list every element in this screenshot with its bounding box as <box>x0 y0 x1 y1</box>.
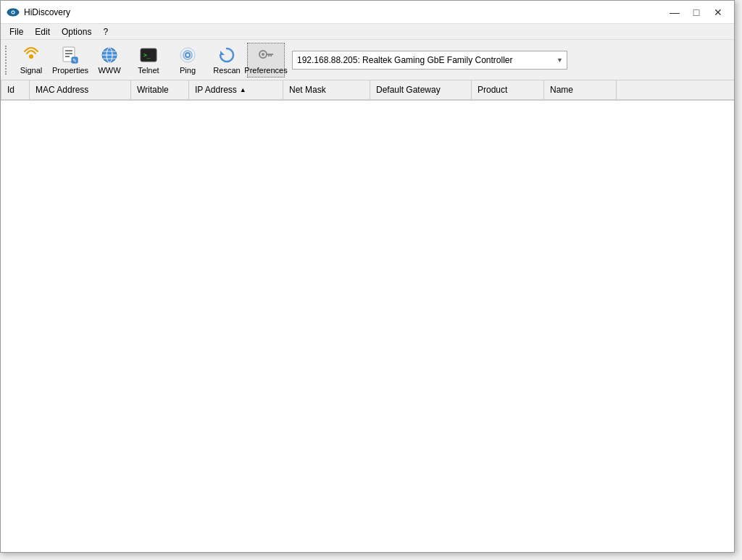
preferences-label: Preferences <box>244 67 287 75</box>
svg-marker-20 <box>220 51 225 55</box>
svg-point-19 <box>180 48 195 62</box>
signal-icon <box>21 45 41 65</box>
svg-point-17 <box>186 53 190 57</box>
svg-point-18 <box>183 51 192 59</box>
telnet-label: Telnet <box>138 67 159 75</box>
window-title: HiDiscovery <box>24 7 664 17</box>
ping-label: Ping <box>180 67 196 75</box>
properties-label: Properties <box>52 67 88 75</box>
maximize-button[interactable]: □ <box>686 4 706 21</box>
col-mac-label: MAC Address <box>36 85 88 95</box>
close-button[interactable]: ✕ <box>708 4 728 21</box>
nic-select[interactable]: 192.168.88.205: Realtek Gaming GbE Famil… <box>292 51 567 70</box>
menu-options[interactable]: Options <box>56 25 97 38</box>
table-header: Id MAC Address Writable IP Address ▲ Net… <box>1 80 734 101</box>
col-gateway-label: Default Gateway <box>376 85 441 95</box>
ping-icon <box>178 45 198 65</box>
rescan-icon <box>217 45 237 65</box>
svg-text:✎: ✎ <box>72 58 77 63</box>
preferences-button[interactable]: Preferences <box>247 43 285 78</box>
col-ip-label: IP Address <box>195 85 237 95</box>
svg-text:>_: >_ <box>143 52 151 59</box>
col-mac[interactable]: MAC Address <box>30 80 131 99</box>
col-id-label: Id <box>7 85 14 95</box>
telnet-icon: >_ <box>138 45 159 65</box>
menu-bar: File Edit Options ? <box>1 24 734 40</box>
col-name-label: Name <box>550 85 573 95</box>
col-product-label: Product <box>478 85 507 95</box>
toolbar-grip <box>5 46 9 75</box>
main-content <box>1 101 734 552</box>
app-icon <box>7 6 20 19</box>
signal-label: Signal <box>20 67 43 75</box>
signal-button[interactable]: Signal <box>12 43 50 78</box>
col-ip-sort: ▲ <box>240 86 246 93</box>
menu-file[interactable]: File <box>4 25 29 38</box>
col-product[interactable]: Product <box>472 80 544 99</box>
svg-point-22 <box>262 53 264 56</box>
ping-button[interactable]: Ping <box>169 43 207 78</box>
svg-point-3 <box>29 54 33 59</box>
properties-icon: ✎ <box>60 45 80 65</box>
col-writable-label: Writable <box>137 85 169 95</box>
properties-button[interactable]: ✎ Properties <box>51 43 89 78</box>
rescan-button[interactable]: Rescan <box>208 43 246 78</box>
nic-dropdown-wrapper: 192.168.88.205: Realtek Gaming GbE Famil… <box>292 51 567 70</box>
nic-select-wrapper: 192.168.88.205: Realtek Gaming GbE Famil… <box>292 51 567 70</box>
col-gateway[interactable]: Default Gateway <box>370 80 472 99</box>
col-id[interactable]: Id <box>1 80 30 99</box>
col-name[interactable]: Name <box>544 80 617 99</box>
col-ip[interactable]: IP Address ▲ <box>189 80 283 99</box>
col-netmask-label: Net Mask <box>289 85 326 95</box>
rescan-label: Rescan <box>213 67 240 75</box>
menu-help[interactable]: ? <box>97 25 114 38</box>
minimize-button[interactable]: — <box>664 4 685 21</box>
preferences-icon <box>256 45 276 65</box>
telnet-button[interactable]: >_ Telnet <box>130 43 167 78</box>
col-writable[interactable]: Writable <box>131 80 189 99</box>
menu-edit[interactable]: Edit <box>29 25 56 38</box>
svg-point-2 <box>12 11 14 13</box>
www-icon <box>99 45 120 65</box>
title-bar: HiDiscovery — □ ✕ <box>1 1 734 24</box>
www-label: WWW <box>98 67 120 75</box>
toolbar: Signal ✎ Properties <box>1 40 734 80</box>
window-controls: — □ ✕ <box>664 4 728 21</box>
col-netmask[interactable]: Net Mask <box>283 80 370 99</box>
www-button[interactable]: WWW <box>91 43 128 78</box>
